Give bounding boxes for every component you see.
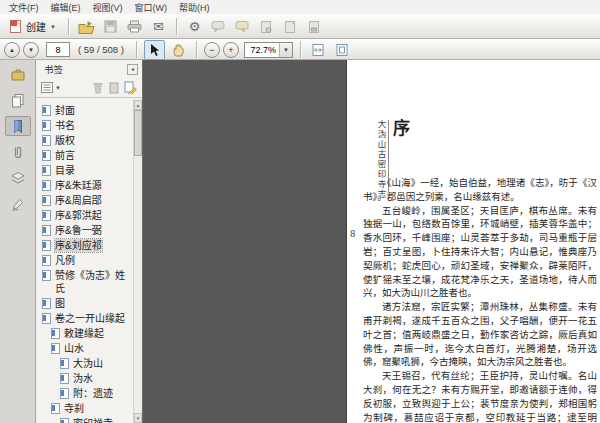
bookmark-item[interactable]: 大沩山 [36, 356, 133, 371]
zoom-out-button[interactable]: − [204, 42, 220, 58]
bookmark-item[interactable]: 序&周启郘 [36, 193, 133, 208]
page-count-label: ( 59 / 508 ) [78, 44, 124, 55]
from-file-button[interactable] [256, 17, 277, 37]
bookmark-item[interactable]: 序&刘应祁 [36, 238, 133, 253]
settings-button[interactable]: ⚙ [184, 17, 205, 37]
hand-tool-button[interactable] [168, 40, 189, 60]
zoom-in-button[interactable]: + [223, 42, 239, 58]
doc-scanner-icon [308, 20, 320, 34]
bookmark-item[interactable]: 序&鲁一弼 [36, 223, 133, 238]
add-bookmark-button[interactable] [124, 81, 137, 94]
navigation-toolbar: ▲ ▼ ( 59 / 508 ) − + ▼ [0, 39, 600, 60]
layers-panel-button[interactable] [5, 168, 31, 188]
document-page: 大沩山古密印寺志 序 8 《山海》一经，始自伯益，地理诸《志》，昉于《汉书》。郡… [347, 60, 600, 423]
bookmark-page-icon [42, 105, 51, 116]
select-tool-button[interactable] [144, 40, 165, 60]
doc-icon [109, 82, 119, 94]
scroll-up-icon: ▲ [136, 103, 140, 108]
bookmark-item[interactable]: 版权 [36, 133, 133, 148]
zoom-level-input[interactable] [245, 43, 279, 57]
page-thumbnails-panel-button[interactable] [5, 90, 31, 110]
bookmark-item[interactable]: 封面 [36, 103, 133, 118]
panel-header: 书签 ◄ [36, 60, 142, 78]
create-button[interactable]: 创建 ▼ [4, 17, 61, 36]
page-number-input[interactable] [46, 42, 70, 57]
layers-icon [10, 171, 26, 186]
bookmark-item[interactable]: 密印禅寺 [36, 416, 133, 423]
menu-item-edit[interactable]: 编辑(E) [45, 0, 87, 15]
bookmark-list: 封面书名版权前言目录序&朱廷源序&周启郘序&郭洪起序&鲁一弼序&刘应祁凡例赞修《… [36, 100, 133, 423]
bookmark-item[interactable]: 附：遗迹 [36, 386, 133, 401]
scrollbar-thumb[interactable] [134, 110, 142, 156]
bookmark-item[interactable]: 书名 [36, 118, 133, 133]
set-destination-button[interactable] [109, 82, 119, 94]
bookmark-item[interactable]: 赞修《沩志》姓氏 [36, 268, 133, 296]
printer-icon [127, 20, 142, 33]
delete-bookmark-button[interactable] [92, 82, 104, 94]
body-paragraph: 天王锡召，代有丝纶；王臣护持，灵山付嘱。名山大刹，何在无之？未有方赐开堂，即邀请… [363, 369, 597, 423]
bookmark-label: 前言 [55, 149, 75, 162]
comment-button[interactable] [208, 17, 229, 37]
bookmark-item[interactable]: 敕建缘起 [36, 326, 133, 341]
fit-page-button[interactable] [332, 40, 353, 60]
bookmark-scrollbar[interactable]: ▲ ▼ [133, 100, 142, 423]
bookmark-item[interactable]: 山水 [36, 341, 133, 356]
bookmark-item[interactable]: 序&朱廷源 [36, 178, 133, 193]
blank-page-button[interactable] [280, 17, 301, 37]
bookmarks-panel-button[interactable] [5, 116, 31, 136]
open-folder-icon [78, 20, 95, 34]
menu-item-view[interactable]: 视图(V) [87, 0, 129, 15]
typewriter-button[interactable] [232, 17, 253, 37]
bookmark-item[interactable]: 寺刹 [36, 401, 133, 416]
document-area[interactable]: 大沩山古密印寺志 序 8 《山海》一经，始自伯益，地理诸《志》，昉于《汉书》。郡… [143, 60, 600, 423]
menu-bar: 文件(F)编辑(E)视图(V)窗口(W)帮助(H) [0, 0, 600, 14]
attachments-panel-button[interactable] [5, 142, 31, 162]
bookmark-options-button[interactable]: ▼ [41, 82, 61, 93]
zoom-level-control[interactable]: ▼ [244, 42, 293, 58]
bookmark-item[interactable]: 序&郭洪起 [36, 208, 133, 223]
menu-item-file[interactable]: 文件(F) [3, 0, 45, 15]
fit-page-icon [335, 43, 349, 57]
next-page-button[interactable]: ▼ [23, 42, 39, 58]
scroll-down-button[interactable]: ▼ [134, 413, 142, 423]
prev-page-button[interactable]: ▲ [4, 42, 20, 58]
bookmark-label: 序&鲁一弼 [55, 224, 102, 237]
bookmark-item[interactable]: 前言 [36, 148, 133, 163]
bookmark-page-icon [60, 358, 69, 369]
fit-width-button[interactable] [308, 40, 329, 60]
menu-item-help[interactable]: 帮助(H) [173, 0, 216, 15]
toolbox-panel-button[interactable] [5, 64, 31, 84]
scroll-up-button[interactable]: ▲ [134, 100, 142, 110]
bookmark-item[interactable]: 卷之一开山缘起 [36, 311, 133, 326]
page-margin-number: 8 [350, 229, 355, 239]
bookmark-page-icon [60, 373, 69, 384]
app-window: 文件(F)编辑(E)视图(V)窗口(W)帮助(H) 创建 ▼ [0, 0, 600, 423]
print-button[interactable] [124, 17, 145, 37]
scroll-down-icon: ▼ [136, 416, 140, 421]
menu-item-window[interactable]: 窗口(W) [129, 0, 174, 15]
paperclip-icon [10, 145, 26, 160]
bookmark-item[interactable]: 凡例 [36, 253, 133, 268]
bookmarks-panel: 书签 ◄ ▼ [36, 60, 143, 423]
collapse-panel-button[interactable]: ◄ [127, 64, 138, 75]
signature-panel-button[interactable] [5, 194, 31, 214]
bookmark-label: 附：遗迹 [73, 387, 113, 400]
body-paragraph: 五台峻岭，围属圣区；天目匡庐，棋布丛席。未有独据一山，包络数百馀里，环城峭壁，插… [363, 204, 597, 301]
create-button-label: 创建 [26, 19, 46, 34]
options-list-icon [41, 82, 53, 93]
bookmark-item[interactable]: 目录 [36, 163, 133, 178]
caret-down-icon: ▼ [279, 43, 292, 57]
save-button[interactable] [100, 17, 121, 37]
email-button[interactable]: ✉ [148, 17, 169, 37]
bookmark-label: 序&周启郘 [55, 194, 102, 207]
open-file-button[interactable] [76, 17, 97, 37]
toolbar-separator [68, 18, 69, 35]
signature-pen-icon [10, 197, 26, 212]
bookmark-item[interactable]: 图 [36, 296, 133, 311]
bookmark-item[interactable]: 沩水 [36, 371, 133, 386]
bookmark-page-icon [60, 388, 69, 399]
bookmark-label: 大沩山 [73, 357, 103, 370]
from-scanner-button[interactable] [304, 17, 325, 37]
bookmark-page-icon [42, 195, 51, 206]
doc-from-file-icon [260, 20, 272, 34]
